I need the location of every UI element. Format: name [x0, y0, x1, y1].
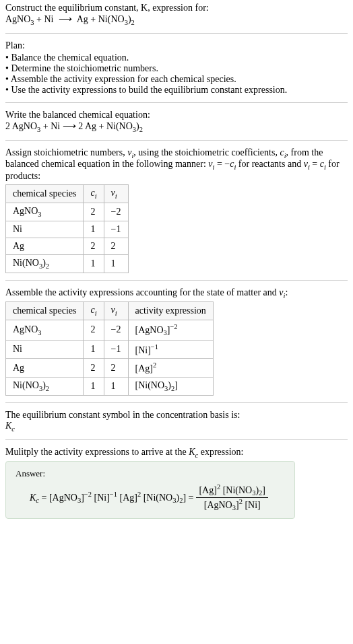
th-nu: νi: [104, 185, 128, 203]
th-c: ci: [84, 185, 104, 203]
ah-1: Assemble the activity expressions accoun…: [5, 287, 279, 297]
den-a: [AgNO: [204, 499, 232, 509]
sp-sub: 3: [38, 211, 41, 218]
cell-c: 2: [84, 203, 104, 221]
bal-sub3: 2: [139, 126, 143, 133]
plan-item: Balance the chemical equation.: [5, 52, 348, 63]
table-row: Ni(NO3)2 1 1 [Ni(NO3)2]: [6, 377, 214, 395]
divider: [5, 439, 348, 440]
th-species: chemical species: [6, 302, 84, 320]
cell-nu: 1: [104, 254, 128, 273]
ans-t2sup: −1: [110, 491, 117, 498]
th-species: chemical species: [6, 185, 84, 203]
bal-mid: + Ni ⟶ 2 Ag + Ni(NO: [40, 121, 133, 131]
fraction-numerator: [Ag]2 [Ni(NO3)2]: [196, 483, 268, 497]
act-pre: [Ni]: [135, 345, 151, 355]
th-nu-sub: i: [115, 192, 117, 200]
table-row: Ni 1 −1: [6, 221, 129, 238]
table-header-row: chemical species ci νi activity expressi…: [6, 302, 214, 320]
table-row: AgNO3 2 −2 [AgNO3]−2: [6, 320, 214, 340]
cell-c: 1: [84, 221, 104, 238]
table-row: Ni 1 −1 [Ni]−1: [6, 340, 214, 359]
ans-eq: =: [39, 493, 49, 503]
ah-2: :: [285, 287, 288, 297]
num-a: [Ag]: [199, 485, 216, 495]
cell-c: 1: [84, 254, 104, 273]
cell-species: AgNO3: [6, 203, 84, 221]
cell-activity: [AgNO3]−2: [128, 320, 213, 340]
cell-nu: −2: [104, 203, 128, 221]
table-row: Ag 2 2 [Ag]2: [6, 359, 214, 378]
sp-pre: AgNO: [13, 206, 38, 216]
kc-symbol: Kc: [5, 421, 15, 431]
num-b: [Ni(NO: [220, 485, 252, 495]
eq-lhs: AgNO: [5, 14, 30, 24]
table-row: AgNO3 2 −2: [6, 203, 129, 221]
th-c: ci: [84, 302, 104, 320]
divider: [5, 280, 348, 281]
divider: [5, 402, 348, 403]
th-activity: activity expression: [128, 302, 213, 320]
sp-pre: Ni(NO: [13, 380, 39, 390]
cell-c: 2: [84, 359, 104, 378]
act-sup: 2: [153, 361, 156, 369]
cell-nu: −1: [104, 221, 128, 238]
plan-item: Assemble the activity expression for eac…: [5, 74, 348, 85]
cell-species: AgNO3: [6, 320, 84, 340]
th-c-sub: i: [95, 192, 97, 200]
act-pre: [Ag]: [135, 363, 153, 373]
table-header-row: chemical species ci νi: [6, 185, 129, 203]
plan-list: Balance the chemical equation. Determine…: [5, 52, 348, 96]
cell-species: Ni: [6, 221, 84, 238]
den-b: [Ni]: [243, 499, 261, 509]
activity-table: chemical species ci νi activity expressi…: [5, 301, 214, 395]
cell-nu: 2: [104, 238, 128, 254]
fraction: [Ag]2 [Ni(NO3)2] [AgNO3]2 [Ni]: [196, 483, 268, 511]
arrow-icon: ⟶: [59, 13, 72, 25]
kc-k: K: [5, 421, 11, 431]
divider: [5, 33, 348, 34]
cell-nu: −1: [104, 340, 128, 359]
ans-t1sup: −2: [84, 491, 92, 498]
act-sup: −1: [151, 343, 158, 351]
answer-box: Answer: Kc = [AgNO3]−2 [Ni]−1 [Ag]2 [Ni(…: [5, 461, 295, 519]
sp-sub2: 2: [46, 262, 49, 270]
ans-k: K: [30, 493, 36, 503]
cell-c: 2: [84, 320, 104, 340]
sp-sub2: 2: [46, 385, 49, 392]
divider: [5, 140, 348, 141]
cell-species: Ag: [6, 238, 84, 254]
num-b-close: ]: [262, 485, 265, 495]
answer-label: Answer:: [15, 468, 285, 479]
sp-pre: Ni(NO: [13, 258, 39, 268]
plan-heading: Plan:: [5, 40, 25, 50]
balanced-equation: 2 AgNO3 + Ni ⟶ 2 Ag + Ni(NO3)2: [5, 121, 143, 131]
eq-rhs-sub2: 2: [131, 19, 135, 26]
cell-c: 2: [84, 238, 104, 254]
mh-1: Mulitply the activity expressions to arr…: [5, 447, 189, 457]
plan-item: Determine the stoichiometric numbers.: [5, 63, 348, 74]
sh-e1c: = −: [214, 159, 230, 169]
cell-species: Ni(NO3)2: [6, 254, 84, 273]
cell-activity: [Ag]2: [128, 359, 213, 378]
ans-eq2: =: [186, 493, 193, 503]
act-pre: [Ni(NO: [135, 380, 165, 390]
ans-t1: [AgNO: [49, 493, 77, 503]
mh-k: K: [189, 447, 195, 457]
act-pre: [AgNO: [135, 325, 164, 335]
answer-expression: Kc = [AgNO3]−2 [Ni]−1 [Ag]2 [Ni(NO3)2] =…: [15, 483, 285, 511]
sh-e2c: =: [310, 159, 320, 169]
cell-species: Ag: [6, 359, 84, 378]
stoich-table: chemical species ci νi AgNO3 2 −2 Ni 1 −…: [5, 184, 129, 273]
cell-c: 1: [84, 340, 104, 359]
cell-activity: [Ni]−1: [128, 340, 213, 359]
symbol-heading: The equilibrium constant symbol in the c…: [5, 410, 240, 420]
act-close: ]: [174, 380, 178, 390]
unbalanced-equation: AgNO3 + Ni ⟶ Ag + Ni(NO3)2: [5, 14, 135, 24]
th-nu: νi: [104, 302, 128, 320]
cell-activity: [Ni(NO3)2]: [128, 377, 213, 395]
ans-t4: [Ni(NO: [141, 493, 172, 503]
mh-2: expression:: [198, 447, 243, 457]
cell-c: 1: [84, 377, 104, 395]
th-nu-sub: i: [115, 310, 117, 317]
